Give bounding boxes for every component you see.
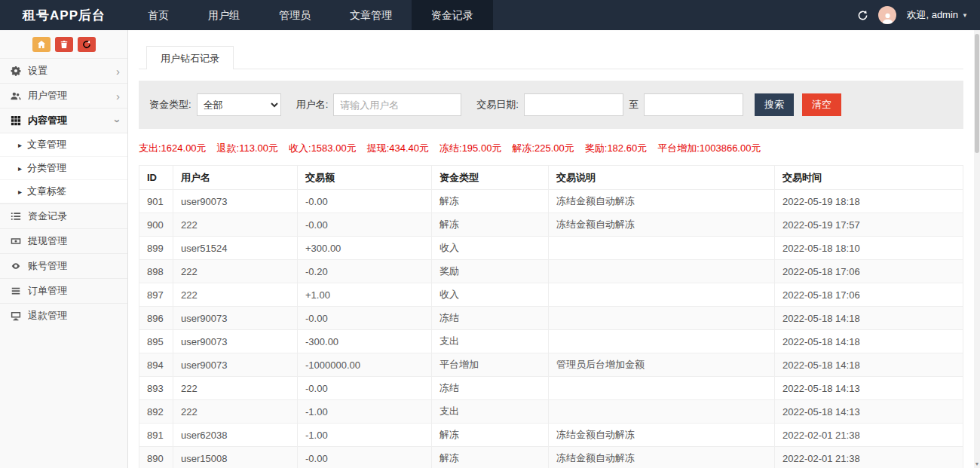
table-cell: 893 bbox=[139, 377, 173, 400]
clear-cache-button[interactable] bbox=[55, 37, 73, 52]
clear-button[interactable]: 清空 bbox=[802, 93, 841, 116]
sidebar-subitem-2[interactable]: ▸文章标签 bbox=[0, 180, 127, 203]
table-cell: 890 bbox=[139, 447, 173, 468]
table-cell: 2022-05-18 14:18 bbox=[775, 330, 963, 353]
table-row: 898222-0.20奖励2022-05-18 17:06 bbox=[139, 260, 963, 283]
summary-item: 退款:113.00元 bbox=[217, 142, 278, 155]
sidebar-item-4[interactable]: 提现管理 bbox=[0, 228, 127, 253]
home-icon bbox=[37, 40, 46, 49]
fund-type-select[interactable]: 全部 bbox=[197, 93, 281, 116]
search-button[interactable]: 搜索 bbox=[755, 93, 794, 116]
table-header-cell: 用户名 bbox=[173, 166, 298, 190]
sidebar-subitem-1[interactable]: ▸分类管理 bbox=[0, 157, 127, 180]
table-row: 890user15008-0.00解冻冻结金额自动解冻2022-02-01 21… bbox=[139, 447, 963, 468]
table-cell: +300.00 bbox=[298, 237, 432, 260]
table-header-cell: 交易说明 bbox=[549, 166, 775, 190]
table-cell: 奖励 bbox=[432, 260, 549, 283]
table-cell bbox=[549, 307, 775, 330]
table-row: 891user62038-1.00解冻冻结金额自动解冻2022-02-01 21… bbox=[139, 424, 963, 447]
main-content: 用户钻石记录 资金类型: 全部 用户名: 交易日期: 至 搜索 清空 支出:16… bbox=[128, 30, 980, 468]
chevron-right-icon: › bbox=[116, 66, 120, 77]
table-cell: -300.00 bbox=[298, 330, 432, 353]
nav-item-4[interactable]: 资金记录 bbox=[412, 0, 493, 30]
sidebar-item-1[interactable]: 用户管理› bbox=[0, 83, 127, 108]
table-row: 899user51524+300.00收入2022-05-18 18:10 bbox=[139, 237, 963, 260]
summary-stats: 支出:1624.00元退款:113.00元收入:1583.00元提现:434.4… bbox=[139, 142, 963, 155]
users-icon bbox=[11, 90, 28, 101]
table-cell: 2022-05-19 17:57 bbox=[775, 213, 963, 237]
avatar[interactable] bbox=[878, 6, 896, 24]
sidebar-subitem-0[interactable]: ▸文章管理 bbox=[0, 133, 127, 157]
triangle-right-icon: ▸ bbox=[18, 164, 22, 173]
sidebar-item-0[interactable]: 设置› bbox=[0, 58, 127, 83]
table-cell bbox=[549, 400, 775, 424]
table-cell: user90073 bbox=[173, 307, 298, 330]
table-cell: user90073 bbox=[173, 353, 298, 377]
table-cell: 解冻 bbox=[432, 447, 549, 468]
topbar-right: 欢迎, admin ▼ bbox=[857, 0, 980, 30]
table-cell: -0.00 bbox=[298, 190, 432, 213]
chevron-right-icon: › bbox=[116, 90, 120, 102]
table-cell: user90073 bbox=[173, 330, 298, 353]
table-cell: 2022-05-18 18:10 bbox=[775, 237, 963, 260]
table-cell: -1.00 bbox=[298, 424, 432, 447]
sidebar-item-7[interactable]: 退款管理 bbox=[0, 303, 127, 328]
table-cell: 冻结 bbox=[432, 377, 549, 400]
table-cell: 支出 bbox=[432, 400, 549, 424]
table-row: 896user90073-0.00冻结2022-05-18 14:18 bbox=[139, 307, 963, 330]
person-icon bbox=[881, 11, 894, 24]
table-cell: 222 bbox=[173, 283, 298, 307]
sidebar-item-2[interactable]: 内容管理› bbox=[0, 108, 127, 133]
table-cell: user90073 bbox=[173, 190, 298, 213]
table-cell: 897 bbox=[139, 283, 173, 307]
table-cell: -1000000.00 bbox=[298, 353, 432, 377]
summary-item: 提现:434.40元 bbox=[367, 142, 429, 155]
table-cell bbox=[549, 260, 775, 283]
scroll-down-icon[interactable]: ▼ bbox=[974, 461, 980, 466]
table-cell: 896 bbox=[139, 307, 173, 330]
trash-icon bbox=[60, 40, 69, 49]
table-cell: 解冻 bbox=[432, 213, 549, 237]
app-title: 租号APP后台 bbox=[0, 0, 128, 30]
gear-icon bbox=[11, 66, 28, 76]
table-cell: -0.00 bbox=[298, 307, 432, 330]
table-cell: 2022-05-18 14:18 bbox=[775, 307, 963, 330]
table-row: 901user90073-0.00解冻冻结金额自动解冻2022-05-19 18… bbox=[139, 190, 963, 213]
triangle-right-icon: ▸ bbox=[18, 188, 22, 196]
sidebar-item-5[interactable]: 账号管理 bbox=[0, 253, 127, 278]
nav-item-3[interactable]: 文章管理 bbox=[330, 0, 412, 30]
refresh-button[interactable] bbox=[78, 37, 96, 52]
sidebar-item-3[interactable]: 资金记录 bbox=[0, 203, 127, 228]
table-cell: 平台增加 bbox=[432, 353, 549, 377]
tab-user-diamond-records[interactable]: 用户钻石记录 bbox=[146, 46, 234, 69]
table-cell: 2022-05-18 14:13 bbox=[775, 400, 963, 424]
summary-item: 支出:1624.00元 bbox=[139, 142, 207, 155]
date-from-input[interactable] bbox=[524, 93, 623, 116]
tab-bar: 用户钻石记录 bbox=[139, 45, 963, 69]
table-cell: 冻结金额自动解冻 bbox=[549, 190, 775, 213]
table-cell: -0.00 bbox=[298, 213, 432, 237]
home-button[interactable] bbox=[32, 37, 51, 52]
sidebar-item-6[interactable]: 订单管理 bbox=[0, 278, 127, 303]
nav-item-1[interactable]: 用户组 bbox=[188, 0, 259, 30]
user-menu[interactable]: 欢迎, admin ▼ bbox=[906, 8, 968, 22]
grid-icon bbox=[11, 115, 28, 126]
records-table-body: 901user90073-0.00解冻冻结金额自动解冻2022-05-19 18… bbox=[139, 190, 963, 468]
summary-item: 奖励:182.60元 bbox=[585, 142, 647, 155]
scrollbar[interactable]: ▼ bbox=[974, 30, 980, 468]
refresh-icon[interactable] bbox=[857, 10, 868, 21]
chevron-down-icon: ▼ bbox=[962, 12, 968, 19]
nav-item-2[interactable]: 管理员 bbox=[259, 0, 330, 30]
table-row: 895user90073-300.00支出2022-05-18 14:18 bbox=[139, 330, 963, 353]
table-cell: -0.00 bbox=[298, 447, 432, 468]
money-icon bbox=[11, 236, 28, 246]
filter-panel: 资金类型: 全部 用户名: 交易日期: 至 搜索 清空 bbox=[139, 81, 963, 129]
table-cell: 899 bbox=[139, 237, 173, 260]
username-input[interactable] bbox=[333, 93, 461, 116]
nav-item-0[interactable]: 首页 bbox=[128, 0, 188, 30]
date-to-input[interactable] bbox=[644, 93, 743, 116]
table-cell: 2022-02-01 21:38 bbox=[775, 424, 963, 447]
sidebar-item-label: 提现管理 bbox=[28, 234, 67, 248]
top-navbar: 租号APP后台 首页用户组管理员文章管理资金记录 欢迎, admin ▼ bbox=[0, 0, 980, 30]
scrollbar-thumb[interactable] bbox=[975, 34, 979, 153]
